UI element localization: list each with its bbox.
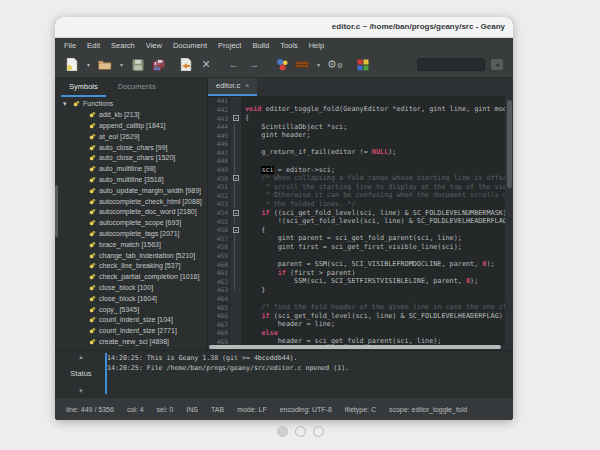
symbol-item[interactable]: close_block [1604] xyxy=(55,293,207,304)
open-file-button[interactable] xyxy=(98,58,112,72)
line-number[interactable]: 449 xyxy=(208,165,231,174)
line-number[interactable]: 455 xyxy=(208,217,231,226)
line-number[interactable]: 468 xyxy=(208,329,231,338)
tab-status[interactable]: Status xyxy=(70,369,91,378)
tab-editor-c[interactable]: editor.c × xyxy=(208,78,257,96)
code-area[interactable]: 441442void editor_toggle_fold(GeanyEdito… xyxy=(208,97,513,345)
symbol-root-functions[interactable]: ▾ Functions xyxy=(55,99,207,110)
line-number[interactable]: 443 xyxy=(208,114,231,123)
symbol-item[interactable]: autocomplete_check_html [2088] xyxy=(55,196,207,207)
new-file-button[interactable] xyxy=(65,58,79,72)
symbol-item[interactable]: count_indent_size [104] xyxy=(55,314,207,325)
build-menu-caret[interactable]: ▾ xyxy=(315,61,322,68)
line-number[interactable]: 460 xyxy=(208,260,231,269)
line-number[interactable]: 448 xyxy=(208,157,231,166)
line-number[interactable]: 464 xyxy=(208,294,231,303)
build-button[interactable] xyxy=(295,58,309,72)
symbol-item[interactable]: copy_ [5345] xyxy=(55,304,207,315)
nav-back-button[interactable]: ← xyxy=(227,58,241,72)
nav-forward-button[interactable]: → xyxy=(247,58,261,72)
line-number[interactable]: 469 xyxy=(208,337,231,344)
fold-marker[interactable] xyxy=(231,208,241,217)
symbol-item[interactable]: auto_multiline [98] xyxy=(55,163,207,174)
symbol-item[interactable]: add_kb [213] xyxy=(55,109,207,120)
line-number[interactable]: 451 xyxy=(208,182,231,191)
menu-document[interactable]: Document xyxy=(173,41,207,50)
symbol-item[interactable]: auto_update_margin_width [989] xyxy=(55,185,207,196)
symbol-item[interactable]: create_new_sci [4898] xyxy=(55,336,207,347)
vscrollbar-thumb[interactable] xyxy=(507,100,512,188)
symbol-item[interactable]: check_partial_completion [1016] xyxy=(55,271,207,282)
compile-button[interactable] xyxy=(275,58,289,72)
line-number[interactable]: 466 xyxy=(208,311,231,320)
tab-symbols[interactable]: Symbols xyxy=(61,78,106,97)
line-number[interactable]: 465 xyxy=(208,303,231,312)
new-file-menu-caret[interactable]: ▾ xyxy=(85,61,92,68)
line-number[interactable]: 454 xyxy=(208,208,231,217)
menu-tools[interactable]: Tools xyxy=(280,41,298,50)
revert-button[interactable] xyxy=(179,58,193,72)
tab-scroll-up-icon[interactable]: ▲ xyxy=(78,354,84,360)
fold-marker[interactable] xyxy=(231,174,241,183)
menu-project[interactable]: Project xyxy=(218,41,241,50)
symbol-item[interactable]: autocomplete_tags [2071] xyxy=(55,228,207,239)
color-chooser-button[interactable] xyxy=(356,58,370,72)
symbol-item[interactable]: change_tab_indentation [5210] xyxy=(55,250,207,261)
window-titlebar[interactable]: editor.c ~ /home/ban/progs/geany/src - G… xyxy=(55,17,513,38)
tab-scroll-down-icon[interactable]: ▼ xyxy=(78,388,84,394)
line-number[interactable]: 447 xyxy=(208,148,231,157)
line-number[interactable]: 441 xyxy=(208,97,231,106)
open-file-menu-caret[interactable]: ▾ xyxy=(118,61,125,68)
fold-marker[interactable] xyxy=(231,225,241,234)
line-number[interactable]: 459 xyxy=(208,251,231,260)
symbol-item[interactable]: brace_match [1563] xyxy=(55,239,207,250)
symbol-item[interactable]: auto_close_chars [1520] xyxy=(55,153,207,164)
line-number[interactable]: 463 xyxy=(208,286,231,295)
carousel-dot[interactable] xyxy=(277,426,288,437)
symbol-item[interactable]: auto_multiline [3518] xyxy=(55,174,207,185)
sidebar-scrollbar[interactable] xyxy=(55,185,58,237)
expander-icon[interactable]: ▾ xyxy=(63,100,70,108)
goto-line-icon[interactable]: ◂ xyxy=(491,59,503,70)
save-all-button[interactable] xyxy=(151,58,165,72)
symbol-item[interactable]: close_block [100] xyxy=(55,282,207,293)
line-number[interactable]: 446 xyxy=(208,140,231,149)
menu-edit[interactable]: Edit xyxy=(87,41,100,50)
search-entry[interactable] xyxy=(417,58,485,71)
line-number[interactable]: 458 xyxy=(208,243,231,252)
line-number[interactable]: 467 xyxy=(208,320,231,329)
tab-close-icon[interactable]: × xyxy=(245,82,249,89)
line-number[interactable]: 457 xyxy=(208,234,231,243)
menu-help[interactable]: Help xyxy=(309,41,324,50)
tab-documents[interactable]: Documents xyxy=(110,78,164,97)
editor-vscrollbar[interactable] xyxy=(505,96,513,345)
editor-hscrollbar[interactable] xyxy=(208,345,513,350)
symbol-item[interactable]: append_calltip [1841] xyxy=(55,120,207,131)
symbol-item[interactable]: auto_close_chars [99] xyxy=(55,142,207,153)
symbol-item[interactable]: autocomplete_doc_word [2180] xyxy=(55,207,207,218)
carousel-dot[interactable] xyxy=(295,426,306,437)
line-number[interactable]: 461 xyxy=(208,268,231,277)
line-number[interactable]: 444 xyxy=(208,122,231,131)
line-number[interactable]: 453 xyxy=(208,200,231,209)
save-button[interactable] xyxy=(131,58,145,72)
close-document-button[interactable]: ✕ xyxy=(199,58,213,72)
line-number[interactable]: 452 xyxy=(208,191,231,200)
menu-search[interactable]: Search xyxy=(111,41,135,50)
line-number[interactable]: 445 xyxy=(208,131,231,140)
carousel-dot[interactable] xyxy=(313,426,324,437)
run-button[interactable]: ⚙⚙ xyxy=(328,58,342,72)
fold-marker[interactable] xyxy=(231,114,241,123)
menu-build[interactable]: Build xyxy=(252,41,269,50)
menu-file[interactable]: File xyxy=(64,41,76,50)
symbol-item[interactable]: at_eol [2629] xyxy=(55,131,207,142)
line-number[interactable]: 456 xyxy=(208,225,231,234)
menu-view[interactable]: View xyxy=(146,41,162,50)
line-number[interactable]: 450 xyxy=(208,174,231,183)
line-number[interactable]: 442 xyxy=(208,105,231,114)
symbol-item[interactable]: check_line_breaking [537] xyxy=(55,260,207,271)
symbol-item[interactable]: autocomplete_scope [693] xyxy=(55,217,207,228)
line-number[interactable]: 462 xyxy=(208,277,231,286)
symbol-item[interactable]: count_indent_size [2771] xyxy=(55,325,207,336)
hscrollbar-thumb[interactable] xyxy=(209,345,501,349)
